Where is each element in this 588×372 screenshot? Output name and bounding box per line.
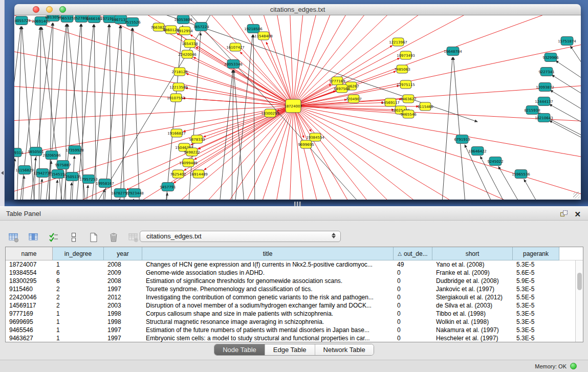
graph-node-label: 17957253 xyxy=(79,178,98,182)
cell-pagerank: 5.3E-5 xyxy=(513,334,559,342)
table-row[interactable]: 946362711997Embryonic stem cells: a mode… xyxy=(6,334,575,342)
graph-node-label: 20206586 xyxy=(42,154,61,158)
cell-out-de-: 0 xyxy=(394,310,432,318)
cell-short: Wolkin et al. (1998) xyxy=(432,318,513,326)
graph-node-label: 14099489 xyxy=(179,161,198,165)
dropdown-arrows-icon xyxy=(332,233,336,238)
column-header-out-de-[interactable]: △out_de... xyxy=(394,247,432,260)
network-canvas[interactable]: 2405572420691406881305410653257152780264… xyxy=(14,15,581,200)
clear-selection-icon[interactable] xyxy=(67,231,80,244)
show-columns-icon[interactable] xyxy=(27,231,40,244)
column-header-pagerank[interactable]: pagerank xyxy=(513,247,559,260)
graph-node-label: 9465546 xyxy=(400,113,417,117)
cell-title: Changes of HCN gene expression and I(f) … xyxy=(142,260,394,269)
cell-title: Genome-wide association studies in ADHD. xyxy=(142,269,394,277)
cell-year: 1997 xyxy=(104,285,142,293)
cell-name: 9699695 xyxy=(6,318,53,326)
cell-out-de-: 0 xyxy=(394,293,432,301)
black-edge xyxy=(219,70,233,200)
table-row[interactable]: 1830029562008Estimation of significance … xyxy=(6,277,575,285)
graph-node-label: 11156829 xyxy=(15,168,34,172)
table-row[interactable]: 969969511998Structural magnetic resonanc… xyxy=(6,318,575,326)
table-row[interactable]: 1456911722003Disruption of a novel membe… xyxy=(6,301,575,310)
cell-in-degree: 6 xyxy=(53,277,104,285)
table-row[interactable]: 1872400712008Changes of HCN gene express… xyxy=(6,260,575,269)
column-header-title[interactable]: title xyxy=(142,247,394,260)
graph-node-label: 10646422 xyxy=(468,149,487,154)
column-header-name[interactable]: name xyxy=(6,247,53,260)
table-row[interactable]: 1938455462009Genome-wide association stu… xyxy=(6,269,575,277)
tab-node-table[interactable]: Node Table xyxy=(214,344,265,355)
cell-year: 1998 xyxy=(104,310,142,318)
red-edge xyxy=(293,15,581,106)
table-row[interactable]: 977716911998Corpus callosum shape and si… xyxy=(6,310,575,318)
cell-pagerank: 5.3E-5 xyxy=(513,318,559,326)
graph-node-label: 9975887 xyxy=(55,163,71,167)
cell-title: Structural magnetic resonance image aver… xyxy=(142,318,394,326)
cell-in-degree: 1 xyxy=(53,326,104,334)
red-edge xyxy=(293,15,581,106)
cell-in-degree: 1 xyxy=(53,260,104,269)
table-row[interactable]: 911546021997Tourette syndrome. Phenomeno… xyxy=(6,285,575,293)
table-select-dropdown[interactable]: citations_edges.txt xyxy=(140,231,341,242)
network-window: citations_edges.txt 24055724206914068813… xyxy=(14,4,581,200)
black-edge xyxy=(550,121,581,141)
graph-node-label: 7204907 xyxy=(345,97,361,101)
column-header-short[interactable]: short xyxy=(432,247,513,260)
graph-node-label: 18300295 xyxy=(261,112,279,116)
tab-network-table[interactable]: Network Table xyxy=(315,344,374,355)
cell-name: 9465546 xyxy=(6,326,53,334)
select-all-icon[interactable] xyxy=(47,231,60,244)
split-divider-grip[interactable] xyxy=(294,202,301,206)
cell-pagerank: 5.3E-5 xyxy=(513,285,559,293)
graph-node-label: 6791919 xyxy=(454,138,470,142)
cell-title: Corpus callosum shape and size in male p… xyxy=(142,310,394,318)
tab-edge-table[interactable]: Edge Table xyxy=(265,344,315,355)
cell-in-degree: 1 xyxy=(53,310,104,318)
cell-short: Nakamura et al. (1997) xyxy=(432,326,513,334)
float-panel-icon[interactable] xyxy=(560,209,568,220)
cell-name: 14569117 xyxy=(6,301,53,310)
delete-column-icon[interactable] xyxy=(107,231,120,244)
graph-node-label: 19166827 xyxy=(167,132,186,136)
black-edge xyxy=(132,199,134,200)
cell-year: 1997 xyxy=(104,334,142,342)
graph-node-label: 15751874 xyxy=(558,39,576,43)
graph-node-label: 3919314 xyxy=(14,151,24,155)
cell-short: Hescheler et al. (1997) xyxy=(432,334,513,342)
new-column-icon[interactable] xyxy=(87,231,100,244)
cell-pagerank: 5.9E-5 xyxy=(513,277,559,285)
black-edge xyxy=(91,25,109,200)
column-header-in-degree[interactable]: in_degree xyxy=(53,247,104,260)
panel-collapse-arrow-icon[interactable] xyxy=(1,171,4,175)
cell-year: 2008 xyxy=(104,260,142,269)
graph-node-label: 5878333 xyxy=(189,138,205,142)
memory-status-icon[interactable] xyxy=(570,363,577,369)
graph-node-label: 19218506 xyxy=(244,27,263,31)
cell-year: 2003 xyxy=(104,301,142,310)
cell-pagerank: 5.6E-5 xyxy=(513,269,559,277)
cell-name: 19384554 xyxy=(6,269,53,277)
red-edge xyxy=(193,57,293,106)
graph-node-label: 1654338 xyxy=(182,42,198,46)
resize-grip-icon[interactable] xyxy=(573,192,580,199)
graph-node-label: 9699695 xyxy=(298,143,314,147)
close-panel-icon[interactable]: ✕ xyxy=(574,210,581,218)
graph-node-label: 22420046 xyxy=(178,53,197,57)
table-vertical-scrollbar[interactable] xyxy=(575,260,583,342)
table-row[interactable]: 946554611997Estimation of the future num… xyxy=(6,326,575,334)
graph-node-label: 9498222 xyxy=(184,150,200,155)
cell-title: Estimation of significance thresholds fo… xyxy=(142,277,394,285)
black-edge xyxy=(40,179,42,200)
table-row[interactable]: 2242004622012Investigating the contribut… xyxy=(6,293,575,301)
cell-year: 2009 xyxy=(104,269,142,277)
graph-node-label: 19958167 xyxy=(96,182,114,186)
network-window-titlebar[interactable]: citations_edges.txt xyxy=(14,4,581,15)
graph-node-label: 11548408 xyxy=(254,34,273,38)
scrollbar-thumb[interactable] xyxy=(577,273,582,290)
column-header-year[interactable]: year xyxy=(104,247,142,260)
cell-short: de Silva et al. (2003) xyxy=(432,301,513,310)
column-header-filler xyxy=(559,247,583,260)
table-mode-icon[interactable] xyxy=(7,231,20,244)
delete-table-icon[interactable] xyxy=(127,231,140,244)
